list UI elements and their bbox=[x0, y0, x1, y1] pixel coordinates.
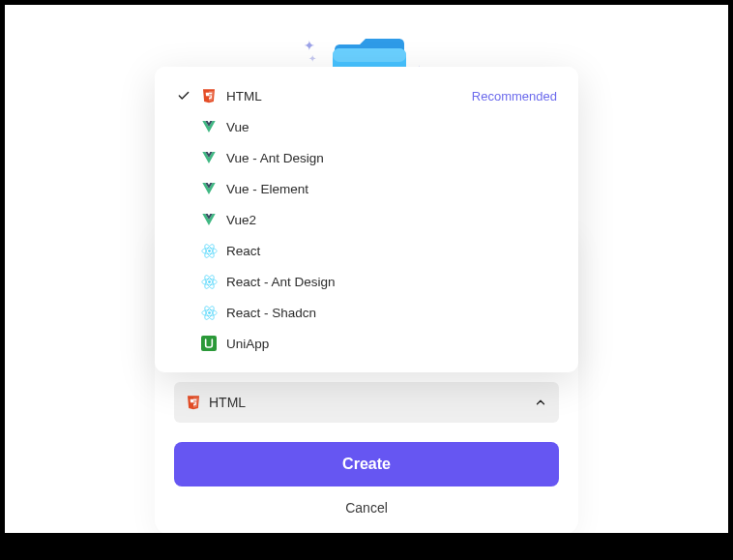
chevron-up-icon bbox=[534, 396, 547, 409]
framework-dropdown: HTMLRecommendedVueVue - Ant DesignVue - … bbox=[155, 67, 578, 372]
react-icon bbox=[200, 273, 218, 290]
framework-option-label: React - Shadcn bbox=[226, 306, 316, 320]
sparkle-icon: ✦ bbox=[304, 38, 315, 53]
vue-icon bbox=[200, 149, 218, 166]
check-icon bbox=[176, 274, 191, 289]
vue-icon bbox=[200, 180, 218, 197]
framework-option[interactable]: Vue - Ant Design bbox=[155, 142, 578, 173]
check-icon bbox=[176, 119, 191, 134]
check-icon bbox=[176, 181, 191, 196]
framework-option[interactable]: Vue2 bbox=[155, 204, 578, 235]
framework-select[interactable]: HTML bbox=[174, 382, 559, 423]
framework-option[interactable]: HTMLRecommended bbox=[155, 80, 578, 111]
react-icon bbox=[200, 242, 218, 259]
check-icon bbox=[176, 243, 191, 258]
vue-icon bbox=[200, 211, 218, 228]
framework-option-label: HTML bbox=[226, 89, 262, 103]
framework-option[interactable]: React bbox=[155, 235, 578, 266]
svg-point-2 bbox=[208, 250, 211, 252]
check-icon bbox=[176, 88, 191, 103]
check-icon bbox=[176, 212, 191, 227]
framework-option-label: UniApp bbox=[226, 337, 269, 351]
framework-option[interactable]: React - Ant Design bbox=[155, 266, 578, 297]
uniapp-icon bbox=[200, 335, 218, 352]
cancel-button[interactable]: Cancel bbox=[174, 500, 559, 516]
framework-option[interactable]: UniApp bbox=[155, 328, 578, 359]
sparkle-icon: ✦ bbox=[308, 53, 316, 64]
framework-option-label: Vue2 bbox=[226, 213, 256, 227]
svg-point-6 bbox=[208, 280, 211, 283]
framework-select-label: HTML bbox=[209, 395, 246, 410]
svg-rect-14 bbox=[201, 336, 217, 351]
framework-option-label: Vue bbox=[226, 120, 249, 134]
svg-point-10 bbox=[208, 311, 211, 314]
recommended-badge: Recommended bbox=[472, 89, 557, 103]
framework-option[interactable]: Vue bbox=[155, 111, 578, 142]
framework-option-label: React - Ant Design bbox=[226, 275, 336, 289]
vue-icon bbox=[200, 118, 218, 135]
framework-option[interactable]: React - Shadcn bbox=[155, 297, 578, 328]
framework-option-label: Vue - Ant Design bbox=[226, 151, 324, 165]
framework-option-label: React bbox=[226, 244, 260, 258]
check-icon bbox=[176, 336, 191, 351]
framework-option[interactable]: Vue - Element bbox=[155, 173, 578, 204]
check-icon bbox=[176, 305, 191, 320]
create-button[interactable]: Create bbox=[174, 442, 559, 486]
html5-icon bbox=[200, 87, 218, 104]
svg-rect-1 bbox=[333, 48, 406, 62]
framework-option-label: Vue - Element bbox=[226, 182, 308, 196]
html5-icon bbox=[186, 395, 201, 410]
check-icon bbox=[176, 150, 191, 165]
react-icon bbox=[200, 304, 218, 321]
